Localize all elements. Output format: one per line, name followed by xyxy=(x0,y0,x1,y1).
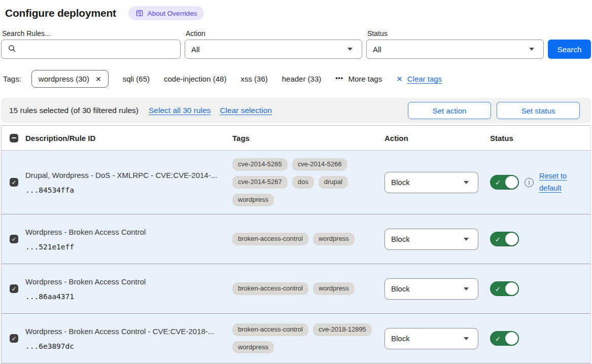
row-checkbox-cell: ✓ xyxy=(2,284,25,293)
row-checkbox[interactable]: ✓ xyxy=(10,334,18,343)
table-row: ✓ Drupal, Wordpress - DoS - XMLRPC - CVE… xyxy=(2,151,590,214)
rule-status-cell: ✓ xyxy=(490,281,590,296)
clear-selection-link[interactable]: Clear selection xyxy=(220,106,272,115)
action-field: Action All xyxy=(185,29,362,59)
row-checkbox[interactable]: ✓ xyxy=(10,284,18,293)
rule-action-select[interactable]: Block xyxy=(385,229,478,250)
clear-tags-label: Clear tags xyxy=(407,75,442,83)
status-toggle[interactable]: ✓ xyxy=(490,331,519,346)
about-overrides-label: About Overrides xyxy=(148,10,197,17)
configure-deployment-page: Configure deployment About Overrides Sea… xyxy=(0,0,592,364)
select-all-link[interactable]: Select all 30 rules xyxy=(149,106,211,115)
rule-action-cell: Block xyxy=(385,172,490,193)
reset-to-default-link[interactable]: Reset to default xyxy=(539,170,572,195)
status-select[interactable]: All xyxy=(366,40,544,59)
rule-description-cell: Wordpress - Broken Access Control ...86a… xyxy=(25,277,232,301)
toggle-knob xyxy=(505,332,518,345)
rule-description: Wordpress - Broken Access Control - CVE:… xyxy=(25,327,222,336)
select-all-checkbox[interactable] xyxy=(10,134,18,142)
column-header-tags: Tags xyxy=(232,134,385,142)
tags-bar-label: Tags: xyxy=(3,75,21,83)
rule-tags-cell: broken-access-control wordpress xyxy=(232,282,385,295)
row-checkbox[interactable]: ✓ xyxy=(10,178,18,187)
about-overrides-badge[interactable]: About Overrides xyxy=(128,6,204,20)
search-field: Search Rules... xyxy=(1,29,181,59)
check-icon: ✓ xyxy=(11,286,16,292)
column-header-description: Description/Rule ID xyxy=(25,134,232,142)
rule-id: ...6e3897dc xyxy=(25,342,222,350)
status-label: Status xyxy=(366,29,544,38)
rule-status-cell: ✓ xyxy=(490,232,590,246)
rule-description-cell: Wordpress - Broken Access Control ...521… xyxy=(25,228,232,251)
book-icon xyxy=(135,9,144,17)
status-toggle[interactable]: ✓ xyxy=(490,232,519,246)
table-row: ✓ Wordpress - Broken Access Control - CV… xyxy=(2,314,590,363)
check-icon: ✓ xyxy=(495,335,501,342)
search-input[interactable] xyxy=(20,45,174,54)
row-checkbox-cell: ✓ xyxy=(2,178,25,187)
status-toggle[interactable]: ✓ xyxy=(490,175,519,190)
selection-summary: 15 rules selected (of 30 filtered rules) xyxy=(9,106,138,115)
check-icon: ✓ xyxy=(11,236,16,242)
chevron-down-icon xyxy=(464,181,469,184)
ellipsis-icon: ••• xyxy=(335,74,343,82)
check-icon: ✓ xyxy=(495,178,501,186)
close-icon: ✕ xyxy=(396,75,403,84)
chevron-down-icon xyxy=(464,287,469,290)
tag-remove-icon[interactable]: ✕ xyxy=(95,75,101,83)
tag-pill: wordpress xyxy=(232,194,274,206)
check-icon: ✓ xyxy=(495,235,501,243)
rule-action-select[interactable]: Block xyxy=(385,278,478,300)
page-title: Configure deployment xyxy=(5,7,116,19)
chevron-down-icon xyxy=(347,48,353,51)
toggle-knob xyxy=(505,176,518,189)
search-button[interactable]: Search xyxy=(548,40,591,59)
bulk-action-buttons: Set action Set status xyxy=(408,102,580,119)
rule-id: ...521e1eff xyxy=(25,243,222,251)
chevron-down-icon xyxy=(464,238,469,241)
set-action-button[interactable]: Set action xyxy=(408,102,491,119)
tag-pill: cve-2018-12895 xyxy=(313,323,372,336)
set-status-button[interactable]: Set status xyxy=(497,102,580,119)
tag-pill: broken-access-control xyxy=(232,282,308,295)
rule-status-cell: ✓ i Reset to default xyxy=(490,170,590,195)
tag-chip-wordpress[interactable]: wordpress (30) ✕ xyxy=(31,70,109,88)
table-header-row: Description/Rule ID Tags Action Status xyxy=(2,125,590,151)
action-label: Action xyxy=(185,29,362,38)
tag-pill: dos xyxy=(292,176,314,189)
tag-option-xss[interactable]: xss (36) xyxy=(240,75,267,83)
tag-option-header[interactable]: header (33) xyxy=(282,75,322,83)
tag-option-code-injection[interactable]: code-injection (48) xyxy=(164,75,226,83)
rule-tags-cell: broken-access-control cve-2018-12895 wor… xyxy=(232,323,385,354)
chevron-down-icon xyxy=(464,337,469,340)
page-header: Configure deployment About Overrides xyxy=(5,6,591,20)
rule-status-cell: ✓ xyxy=(490,331,590,346)
search-input-box xyxy=(1,40,181,59)
header-checkbox-cell xyxy=(2,134,25,142)
action-select[interactable]: All xyxy=(185,40,362,59)
status-field: Status All xyxy=(366,29,544,59)
more-tags-button[interactable]: ••• More tags xyxy=(335,75,382,83)
tag-pill: cve-2014-5267 xyxy=(232,176,288,189)
row-checkbox[interactable]: ✓ xyxy=(10,235,18,243)
tag-pill: wordpress xyxy=(313,282,355,295)
rule-action-select[interactable]: Block xyxy=(385,172,478,193)
rule-action-select[interactable]: Block xyxy=(385,328,478,349)
rule-description: Wordpress - Broken Access Control xyxy=(25,228,222,236)
toggle-knob xyxy=(505,233,518,245)
rule-description-cell: Wordpress - Broken Access Control - CVE:… xyxy=(25,327,232,350)
status-toggle[interactable]: ✓ xyxy=(490,281,519,296)
selection-bar: 15 rules selected (of 30 filtered rules)… xyxy=(1,98,591,123)
tag-option-sqli[interactable]: sqli (65) xyxy=(123,75,150,83)
table-row: ✓ Wordpress - Broken Access Control ...8… xyxy=(2,264,590,314)
selection-links: Select all 30 rules Clear selection xyxy=(149,106,272,115)
rule-id: ...86aa4371 xyxy=(25,293,222,301)
status-select-value: All xyxy=(373,45,381,54)
clear-tags-button[interactable]: ✕ Clear tags xyxy=(396,75,442,84)
tag-pill: cve-2014-5265 xyxy=(232,158,288,171)
rule-action-cell: Block xyxy=(385,278,490,300)
rule-tags-cell: broken-access-control wordpress xyxy=(232,233,385,245)
row-checkbox-cell: ✓ xyxy=(2,235,25,243)
row-checkbox-cell: ✓ xyxy=(2,334,25,343)
tag-chip-label: wordpress (30) xyxy=(39,75,89,83)
